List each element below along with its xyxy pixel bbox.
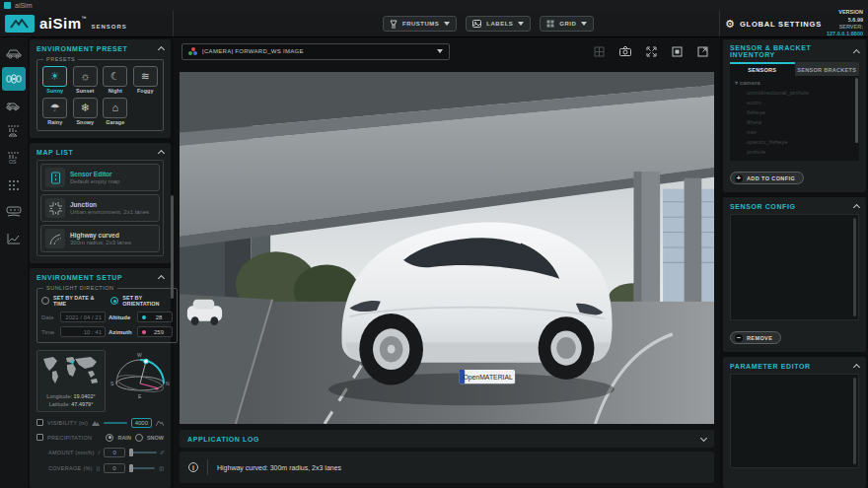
camera-stream-select[interactable]: [CAMERA] FORWARD_WS IMAGE xyxy=(181,43,450,60)
coverage-value[interactable]: 0 xyxy=(104,463,125,473)
map-item-sensor-editor[interactable]: Sensor Editor Default empty map xyxy=(40,164,160,191)
tree-leaf[interactable]: ftheta xyxy=(747,119,854,125)
radio-set-by-datetime[interactable] xyxy=(41,297,49,305)
tree-node-camera[interactable]: ▾ camera xyxy=(735,79,854,86)
remove-button[interactable]: − REMOVE xyxy=(730,331,781,344)
amount-label: AMOUNT (mm/h) xyxy=(48,450,95,455)
global-settings-button[interactable]: GLOBAL SETTINGS xyxy=(740,20,822,29)
amount-slider[interactable] xyxy=(129,452,157,453)
camera-select-value: [CAMERA] FORWARD_WS IMAGE xyxy=(202,48,304,54)
nav-analytics[interactable] xyxy=(2,227,26,250)
nav-evaluation[interactable] xyxy=(2,120,26,144)
azimuth-field[interactable]: 259 xyxy=(137,326,173,337)
tree-leaf[interactable]: fisheye xyxy=(747,109,854,115)
frame-view-icon[interactable] xyxy=(672,46,683,57)
sun-orientation-widget[interactable]: W S N E xyxy=(109,350,171,412)
map-item-highway-curved[interactable]: Highway curved 300m radius, 2x3 lanes xyxy=(40,225,160,252)
tab-sensor-brackets[interactable]: SENSOR BRACKETS xyxy=(795,62,860,76)
precipitation-label: PRECIPITATION xyxy=(47,435,92,441)
environment-preset-panel: ENVIRONMENT PRESET PRESETS ☀ Sunny ☼ Sun… xyxy=(30,39,171,138)
precipitation-checkbox[interactable] xyxy=(36,434,43,441)
frustums-dropdown[interactable]: FRUSTUMS xyxy=(383,16,457,32)
logo-text: aiSim™ xyxy=(39,15,87,33)
params-scrollbar[interactable] xyxy=(853,378,856,464)
layout-grid-icon[interactable] xyxy=(594,46,605,57)
radio-snow[interactable] xyxy=(135,434,143,442)
environment-preset-header[interactable]: ENVIRONMENT PRESET xyxy=(30,39,171,56)
screenshot-camera-icon[interactable] xyxy=(619,46,631,56)
collapse-icon[interactable] xyxy=(158,46,165,53)
window-title: aiSim xyxy=(15,2,33,9)
sensor-config-header[interactable]: SENSOR CONFIG xyxy=(723,197,866,214)
date-field[interactable]: 2021 / 04 / 21 xyxy=(60,312,106,322)
nav-vehicle-editor[interactable] xyxy=(2,40,26,64)
server-info: SERVER: 127.0.0.1:8800 xyxy=(827,24,863,38)
tree-leaf[interactable]: opencv_fisheye xyxy=(747,139,854,145)
collapse-icon[interactable] xyxy=(853,204,860,211)
world-map-image xyxy=(39,353,103,388)
preset-night[interactable]: ☾ Night xyxy=(102,66,129,94)
global-settings-area: ⚙ GLOBAL SETTINGS VERSION 5.6.99 SERVER:… xyxy=(720,11,868,36)
collapse-icon[interactable] xyxy=(853,364,860,371)
radio-rain[interactable] xyxy=(106,434,113,442)
collapse-icon[interactable] xyxy=(158,150,165,157)
preset-sunset[interactable]: ☼ Sunset xyxy=(72,66,100,94)
tree-leaf[interactable]: pinhole xyxy=(747,149,854,155)
altitude-field[interactable]: 28 xyxy=(137,312,173,322)
add-to-config-button[interactable]: + ADD TO CONFIG xyxy=(730,172,804,184)
world-map-picker[interactable]: Longitude: 19.0402° Latitude: 47.4979° xyxy=(36,350,106,412)
compass-s: S xyxy=(110,381,114,386)
collapse-icon[interactable] xyxy=(158,275,165,282)
labels-dropdown[interactable]: LABELS xyxy=(466,16,531,32)
visibility-value[interactable]: 4000 xyxy=(131,418,152,428)
collapse-icon[interactable] xyxy=(700,434,707,441)
tree-leaf[interactable]: mei xyxy=(747,129,854,135)
preset-grid: ☀ Sunny ☼ Sunset ☾ Night ≋ Foggy xyxy=(41,66,159,125)
svg-text:OS: OS xyxy=(9,159,17,165)
sunlight-direction-label: SUNLIGHT DIRECTION xyxy=(43,285,117,291)
map-list-header[interactable]: MAP LIST xyxy=(30,143,171,160)
preset-sunny[interactable]: ☀ Sunny xyxy=(41,66,69,94)
parameter-editor-header[interactable]: PARAMETER EDITOR xyxy=(723,357,866,374)
preset-foggy[interactable]: ≋ Foggy xyxy=(132,66,160,94)
inventory-tabs: SENSORS SENSOR BRACKETS xyxy=(730,62,859,76)
time-field[interactable]: 10 : 41 xyxy=(60,326,106,337)
sensor-bracket-inventory-panel: SENSOR & BRACKET INVENTORY SENSORS SENSO… xyxy=(723,39,866,192)
right-sidebar: SENSOR & BRACKET INVENTORY SENSORS SENSO… xyxy=(720,37,868,488)
radio-set-by-orientation[interactable] xyxy=(110,297,118,305)
preset-rainy[interactable]: ☂ Rainy xyxy=(41,98,69,125)
expand-arrows-icon[interactable] xyxy=(646,46,657,57)
viewport-toolbar: [CAMERA] FORWARD_WS IMAGE xyxy=(177,39,717,63)
rain-icon: ☂ xyxy=(50,103,60,113)
log-divider xyxy=(207,459,208,475)
latitude-value: 47.4979° xyxy=(71,401,93,407)
coverage-slider[interactable] xyxy=(129,467,155,469)
sun-sphere-diagram: W S N E xyxy=(109,352,171,409)
preset-garage[interactable]: ⌂ Garage xyxy=(102,98,129,125)
application-log-header[interactable]: APPLICATION LOG xyxy=(180,430,714,448)
map-item-junction[interactable]: Junction Urban environment, 2x1 lanes xyxy=(40,194,160,222)
parameter-editor-body[interactable] xyxy=(730,374,859,468)
nav-scenario-editor[interactable] xyxy=(2,94,26,117)
inventory-header[interactable]: SENSOR & BRACKET INVENTORY xyxy=(723,39,866,62)
app-header: aiSim™ SENSORS FRUSTUMS LABELS GRID ⚙ GL… xyxy=(0,11,868,37)
sensor-config-list[interactable] xyxy=(730,214,859,320)
visibility-checkbox[interactable] xyxy=(36,419,43,426)
nav-road-editor[interactable] xyxy=(2,200,26,224)
config-scrollbar[interactable] xyxy=(853,218,856,316)
fullscreen-icon[interactable] xyxy=(697,46,708,57)
nav-matrix-view[interactable] xyxy=(2,174,26,197)
camera-viewport[interactable]: OpenMATERIAL xyxy=(180,72,714,424)
tree-scrollbar[interactable] xyxy=(855,78,858,143)
nav-sensor-setup[interactable] xyxy=(2,67,26,91)
environment-setup-header[interactable]: ENVIRONMENT SETUP xyxy=(30,268,171,285)
grid-dropdown[interactable]: GRID xyxy=(540,16,594,32)
visibility-slider[interactable] xyxy=(104,422,127,424)
left-scrollbar[interactable] xyxy=(171,195,174,299)
tree-leaf[interactable]: eucm xyxy=(747,100,854,105)
tree-leaf[interactable]: omnidirectional_pinhole xyxy=(747,90,854,96)
tab-sensors[interactable]: SENSORS xyxy=(730,62,795,76)
amount-value[interactable]: 0 xyxy=(104,448,125,457)
preset-snowy[interactable]: ❄ Snowy xyxy=(72,98,100,125)
nav-evaluation-os[interactable]: OS xyxy=(2,147,26,171)
